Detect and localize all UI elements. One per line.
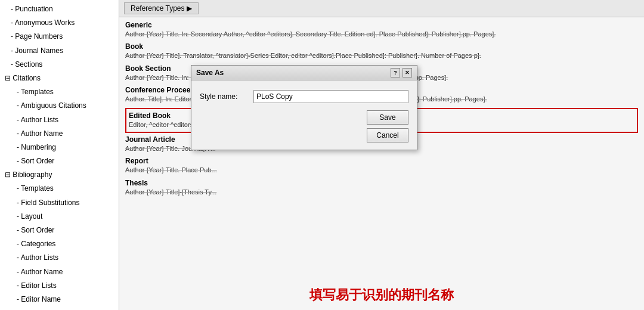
- dialog-title: Save As: [196, 69, 224, 77]
- annotation-text: 填写易于识别的期刊名称: [309, 287, 454, 302]
- ref-type-template: Author {Year} Title. In: Secondary Autho…: [125, 30, 638, 39]
- sidebar-item[interactable]: - Templates: [0, 182, 119, 196]
- ref-type-name: Report: [125, 157, 638, 165]
- dialog-style-row: Style name:: [200, 90, 408, 103]
- ref-type-name: Book: [125, 42, 638, 51]
- save-button[interactable]: Save: [367, 110, 408, 125]
- sidebar-item[interactable]: - Anonymous Works: [0, 16, 119, 30]
- sidebar-item[interactable]: - Layout: [0, 210, 119, 224]
- sidebar-item[interactable]: - Author Name: [0, 265, 119, 279]
- save-as-dialog: Save As ? ✕ Style name: Save Cancel: [191, 65, 417, 150]
- ref-type-template: Author {Year} Title. Place Pub...: [125, 166, 638, 175]
- ref-types-bar: Reference Types ▶: [119, 0, 644, 17]
- sidebar-item[interactable]: - Title Capitalization: [0, 306, 119, 310]
- ref-type-template: Author {Year} Title]-[Thesis Ty...: [125, 188, 638, 197]
- sidebar-item[interactable]: - Punctuation: [0, 2, 119, 16]
- sidebar-item[interactable]: - Author Name: [0, 127, 119, 141]
- style-name-label: Style name:: [200, 92, 253, 101]
- sidebar-item[interactable]: - Editor Name: [0, 293, 119, 306]
- sidebar-item[interactable]: ⊟ Citations: [0, 72, 119, 85]
- sidebar-item[interactable]: - Sort Order: [0, 224, 119, 237]
- sidebar: - Punctuation- Anonymous Works- Page Num…: [0, 0, 119, 310]
- sidebar-item[interactable]: - Field Substitutions: [0, 196, 119, 210]
- ref-types-button[interactable]: Reference Types ▶: [124, 2, 199, 14]
- sidebar-item[interactable]: - Sort Order: [0, 154, 119, 168]
- ref-list: GenericAuthor {Year} Title. In: Secondar…: [119, 17, 644, 280]
- sidebar-item[interactable]: - Ambiguous Citations: [0, 99, 119, 113]
- ref-type-block: ReportAuthor {Year} Title. Place Pub...: [125, 157, 638, 175]
- sidebar-item[interactable]: - Templates: [0, 85, 119, 99]
- dialog-buttons: Save Cancel: [200, 110, 408, 142]
- ref-type-template: Author {Year} Title]. Translator, ^trans…: [125, 51, 638, 60]
- main-content: Reference Types ▶ GenericAuthor {Year} T…: [119, 0, 644, 310]
- dialog-help-icon[interactable]: ?: [391, 68, 400, 78]
- sidebar-item[interactable]: - Sections: [0, 58, 119, 72]
- sidebar-item[interactable]: - Numbering: [0, 141, 119, 154]
- sidebar-item[interactable]: ⊟ Bibliography: [0, 168, 119, 182]
- sidebar-item[interactable]: - Categories: [0, 237, 119, 251]
- sidebar-item[interactable]: - Author Lists: [0, 113, 119, 127]
- dialog-body: Style name: Save Cancel: [191, 80, 417, 150]
- dialog-titlebar: Save As ? ✕: [191, 66, 417, 80]
- dialog-title-icons: ? ✕: [391, 68, 412, 78]
- ref-type-name: Thesis: [125, 179, 638, 187]
- sidebar-item[interactable]: - Page Numbers: [0, 30, 119, 44]
- dialog-close-icon[interactable]: ✕: [402, 68, 412, 78]
- sidebar-item[interactable]: - Author Lists: [0, 251, 119, 265]
- ref-type-name: Generic: [125, 21, 638, 29]
- cancel-button[interactable]: Cancel: [367, 128, 408, 142]
- style-name-input[interactable]: [253, 90, 408, 103]
- ref-type-block: GenericAuthor {Year} Title. In: Secondar…: [125, 21, 638, 39]
- ref-type-block: BookAuthor {Year} Title]. Translator, ^t…: [125, 42, 638, 60]
- sidebar-item[interactable]: - Journal Names: [0, 44, 119, 58]
- sidebar-item[interactable]: - Editor Lists: [0, 279, 119, 293]
- bottom-annotation: 填写易于识别的期刊名称: [119, 280, 644, 310]
- ref-type-block: ThesisAuthor {Year} Title]-[Thesis Ty...: [125, 179, 638, 197]
